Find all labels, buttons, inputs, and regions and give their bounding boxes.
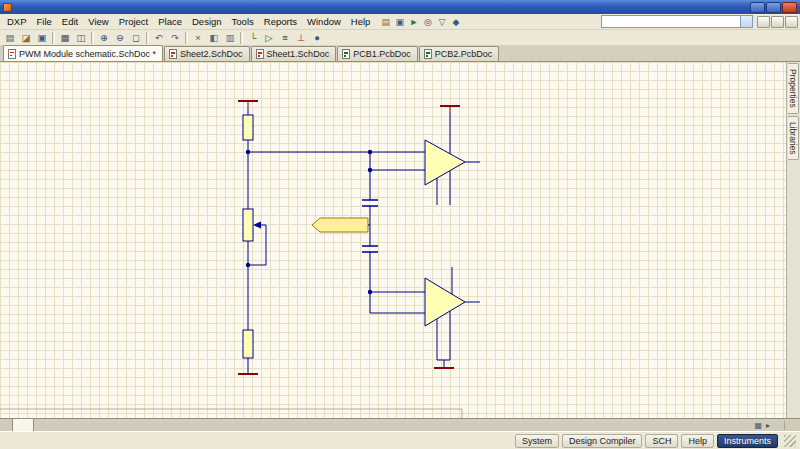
document-tab[interactable]: PCB2.PcbDoc xyxy=(419,46,500,61)
status-bar: SystemDesign CompilerSCHHelpInstruments xyxy=(0,431,800,449)
print-icon[interactable]: ▦ xyxy=(57,31,73,45)
main-toolbar: ▤◪▣▦◫⊕⊖◻↶↷×◧▥└▷≡⊥● xyxy=(0,30,800,46)
menu-item[interactable]: Project xyxy=(114,15,154,28)
sheet-border xyxy=(0,409,462,418)
document-tab[interactable]: PWM Module schematic.SchDoc * xyxy=(3,45,163,61)
menu-item[interactable]: Edit xyxy=(57,15,83,28)
paste-icon[interactable]: ▥ xyxy=(222,31,238,45)
close-button[interactable] xyxy=(782,2,797,13)
open-document-icon[interactable]: ◪ xyxy=(18,31,34,45)
tab-scroll-left-icon[interactable] xyxy=(0,419,12,431)
panel-tab[interactable]: Libraries xyxy=(788,116,799,161)
separator[interactable] xyxy=(52,32,55,44)
schematic-editor[interactable] xyxy=(0,62,786,418)
resistor-r2[interactable] xyxy=(243,330,253,358)
mask-icon[interactable]: ▦ xyxy=(754,421,762,430)
minimize-button[interactable] xyxy=(750,2,765,13)
menu-item[interactable]: Design xyxy=(187,15,227,28)
compile-icon[interactable]: ► xyxy=(407,15,420,28)
panel-button[interactable]: SCH xyxy=(645,434,678,448)
doc-minimize-button[interactable] xyxy=(757,16,770,28)
document-tab[interactable]: Sheet1.SchDoc xyxy=(251,46,337,61)
print-preview-icon[interactable]: ◫ xyxy=(73,31,89,45)
main-area: PropertiesLibraries xyxy=(0,62,800,418)
menu-item[interactable]: Reports xyxy=(259,15,302,28)
divider xyxy=(784,421,785,430)
menu-item[interactable]: Window xyxy=(302,15,346,28)
menu-item[interactable]: Help xyxy=(346,15,376,28)
menu-item[interactable]: File xyxy=(32,15,57,28)
place-net-label-icon[interactable]: ≡ xyxy=(277,31,293,45)
capacitor-c1[interactable] xyxy=(362,200,378,206)
port-audio-in[interactable] xyxy=(312,218,370,232)
doc-restore-button[interactable] xyxy=(771,16,784,28)
document-tab[interactable]: PCB1.PcbDoc xyxy=(337,46,418,61)
chevron-down-icon[interactable] xyxy=(740,16,752,27)
potentiometer-dead-time[interactable] xyxy=(243,209,266,241)
right-panel-strip: PropertiesLibraries xyxy=(786,62,800,418)
document-icon xyxy=(424,49,432,59)
separator[interactable] xyxy=(240,32,243,44)
panel-tab[interactable]: Properties xyxy=(788,63,799,114)
cut-icon[interactable]: × xyxy=(190,31,206,45)
separator[interactable] xyxy=(185,32,188,44)
doc-close-button[interactable] xyxy=(785,16,798,28)
document-tab-label: Sheet1.SchDoc xyxy=(267,49,330,59)
menu-bar: DXPFileEditViewProjectPlaceDesignToolsRe… xyxy=(0,14,800,30)
document-tab-label: PCB1.PcbDoc xyxy=(353,49,411,59)
menu-item[interactable]: DXP xyxy=(2,15,32,28)
navigate-icon[interactable]: ◎ xyxy=(421,15,434,28)
opamp-ub[interactable] xyxy=(425,267,480,360)
menu-item[interactable]: Tools xyxy=(227,15,259,28)
panel-button[interactable]: Design Compiler xyxy=(562,434,643,448)
document-tab[interactable]: Sheet2.SchDoc xyxy=(164,46,250,61)
power-port-vcc-left[interactable] xyxy=(238,101,258,108)
document-icon xyxy=(169,49,177,59)
resize-grip[interactable] xyxy=(784,435,796,447)
open-project-icon[interactable]: ▤ xyxy=(379,15,392,28)
resistor-r1[interactable] xyxy=(243,115,253,140)
zoom-in-icon[interactable]: ⊕ xyxy=(96,31,112,45)
altium-logo-icon xyxy=(3,3,12,12)
place-junction-icon[interactable]: ● xyxy=(309,31,325,45)
window-controls xyxy=(750,2,797,13)
document-tab-label: PCB2.PcbDoc xyxy=(435,49,493,59)
menu-toolbar-icons: ▤▣►◎▽◆ xyxy=(379,15,462,28)
editor-tab-bar: ▦▸ xyxy=(0,418,800,431)
menu-item[interactable]: Place xyxy=(153,15,187,28)
document-window-controls xyxy=(757,16,798,28)
zoom-fit-icon[interactable]: ◻ xyxy=(128,31,144,45)
panel-button[interactable]: System xyxy=(515,434,559,448)
place-wire-icon[interactable]: └ xyxy=(245,31,261,45)
highlight-icon[interactable]: ▸ xyxy=(766,421,770,430)
place-part-icon[interactable]: ▷ xyxy=(261,31,277,45)
new-document-icon[interactable]: ▤ xyxy=(2,31,18,45)
opamp-ua[interactable] xyxy=(425,140,480,205)
capacitor-c2[interactable] xyxy=(362,246,378,252)
filter-icon[interactable]: ▽ xyxy=(435,15,448,28)
save-document-icon[interactable]: ▣ xyxy=(34,31,50,45)
power-port-gnd-right[interactable] xyxy=(434,360,454,368)
place-power-port-icon[interactable]: ⊥ xyxy=(293,31,309,45)
document-tab-bar: PWM Module schematic.SchDoc * Sheet2.Sch… xyxy=(0,46,800,62)
menu-item[interactable]: View xyxy=(83,15,113,28)
panel-button[interactable]: Help xyxy=(681,434,714,448)
document-icon xyxy=(8,49,16,59)
schematic-canvas[interactable] xyxy=(0,62,786,418)
save-all-icon[interactable]: ▣ xyxy=(393,15,406,28)
tab-editor[interactable] xyxy=(12,419,34,431)
separator[interactable] xyxy=(91,32,94,44)
panel-buttons: SystemDesign CompilerSCHHelpInstruments xyxy=(515,434,778,448)
separator[interactable] xyxy=(146,32,149,44)
document-path-combo[interactable] xyxy=(601,15,753,28)
power-port-vcc-right[interactable] xyxy=(440,106,460,154)
redo-icon[interactable]: ↷ xyxy=(167,31,183,45)
title-bar xyxy=(0,0,800,14)
copy-icon[interactable]: ◧ xyxy=(206,31,222,45)
settings-icon[interactable]: ◆ xyxy=(449,15,462,28)
undo-icon[interactable]: ↶ xyxy=(151,31,167,45)
power-port-gnd-left[interactable] xyxy=(238,358,258,374)
panel-button[interactable]: Instruments xyxy=(717,434,778,448)
zoom-out-icon[interactable]: ⊖ xyxy=(112,31,128,45)
maximize-button[interactable] xyxy=(766,2,781,13)
